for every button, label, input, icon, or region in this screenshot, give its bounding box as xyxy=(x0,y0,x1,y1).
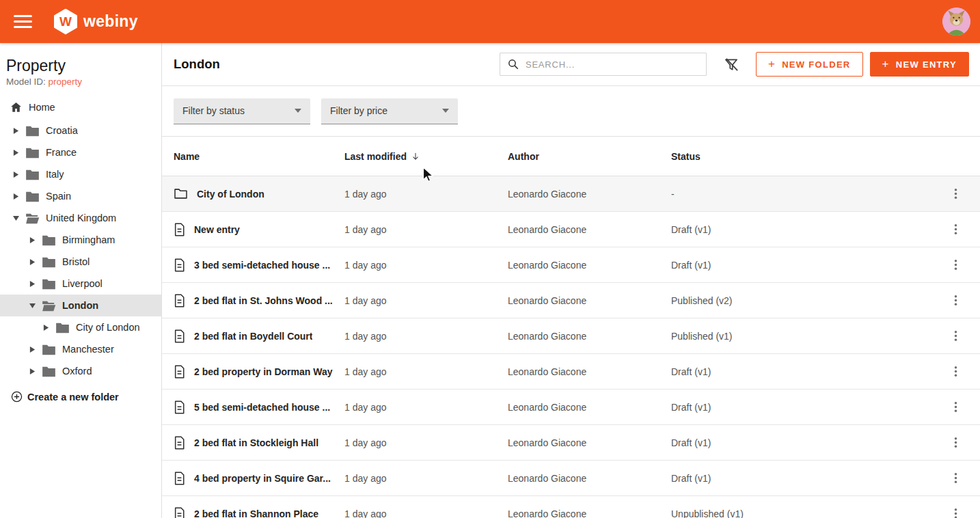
sidebar-item-bristol[interactable]: Bristol xyxy=(0,251,161,273)
sidebar-item-label: Bristol xyxy=(62,256,90,267)
content-header: London + NEW FOLDER xyxy=(162,43,980,86)
new-folder-button[interactable]: + NEW FOLDER xyxy=(756,52,863,77)
menu-icon[interactable] xyxy=(14,15,32,28)
table-row[interactable]: 2 bed flat in Boydell Court1 day agoLeon… xyxy=(162,318,980,354)
folder-icon xyxy=(42,278,56,290)
file-icon xyxy=(174,223,185,236)
model-id-link[interactable]: property xyxy=(49,77,83,87)
row-menu-icon[interactable] xyxy=(947,221,964,238)
row-author: Leonardo Giacone xyxy=(508,402,671,413)
table-row[interactable]: 2 bed flat in Shannon Place1 day agoLeon… xyxy=(162,496,980,518)
caret-right-icon[interactable] xyxy=(11,127,21,135)
row-status: Draft (v1) xyxy=(671,473,942,484)
sort-descending-icon xyxy=(411,152,420,161)
model-id: Model ID: property xyxy=(0,77,161,96)
folder-open-icon xyxy=(42,300,56,312)
sidebar-item-manchester[interactable]: Manchester xyxy=(0,338,161,360)
search-input[interactable] xyxy=(526,59,699,70)
row-menu-icon[interactable] xyxy=(947,186,964,202)
caret-right-icon[interactable] xyxy=(27,346,37,353)
caret-right-icon[interactable] xyxy=(11,193,21,200)
sidebar-item-city-of-london[interactable]: City of London xyxy=(0,316,161,338)
sidebar-item-label: City of London xyxy=(76,322,140,333)
caret-down-icon[interactable] xyxy=(27,303,37,309)
table-row[interactable]: 4 bed property in Squire Gar...1 day ago… xyxy=(162,461,980,496)
sidebar-item-spain[interactable]: Spain xyxy=(0,185,161,207)
sidebar-item-united-kingdom[interactable]: United Kingdom xyxy=(0,207,161,229)
row-name: 2 bed flat in Boydell Court xyxy=(194,331,312,342)
sidebar-item-label: United Kingdom xyxy=(46,213,116,223)
sidebar-item-home[interactable]: Home xyxy=(0,96,161,118)
sidebar-item-liverpool[interactable]: Liverpool xyxy=(0,273,161,295)
row-menu-icon[interactable] xyxy=(947,506,964,518)
caret-right-icon[interactable] xyxy=(27,236,37,244)
caret-right-icon[interactable] xyxy=(27,258,37,266)
webiny-logo[interactable]: W webiny xyxy=(54,9,138,35)
table-row[interactable]: City of London1 day agoLeonardo Giacone- xyxy=(162,176,980,212)
row-author: Leonardo Giacone xyxy=(508,189,671,200)
row-menu-icon[interactable] xyxy=(947,399,964,415)
row-status: Draft (v1) xyxy=(671,224,942,235)
search-icon xyxy=(507,58,519,70)
caret-right-icon[interactable] xyxy=(27,368,37,375)
sidebar-item-croatia[interactable]: Croatia xyxy=(0,120,161,141)
sidebar-item-label: Croatia xyxy=(46,125,78,136)
table-row[interactable]: 3 bed semi-detached house ...1 day agoLe… xyxy=(162,247,980,283)
table-row[interactable]: 5 bed semi-detached house ...1 day agoLe… xyxy=(162,390,980,425)
row-status: Draft (v1) xyxy=(671,402,942,413)
file-icon xyxy=(174,365,185,379)
row-status: Draft (v1) xyxy=(671,437,942,448)
caret-right-icon[interactable] xyxy=(11,171,21,178)
row-modified: 1 day ago xyxy=(344,508,508,518)
new-entry-button[interactable]: + NEW ENTRY xyxy=(870,52,969,77)
folder-open-icon xyxy=(25,213,40,224)
sidebar-item-italy[interactable]: Italy xyxy=(0,163,161,185)
avatar[interactable] xyxy=(942,8,970,36)
column-header-status[interactable]: Status xyxy=(671,151,942,162)
row-menu-icon[interactable] xyxy=(947,257,964,273)
plus-circle-icon xyxy=(11,391,23,403)
sidebar-item-birmingham[interactable]: Birmingham xyxy=(0,229,161,251)
column-header-author[interactable]: Author xyxy=(508,151,671,162)
row-modified: 1 day ago xyxy=(344,189,508,200)
caret-right-icon[interactable] xyxy=(27,280,37,288)
row-menu-icon[interactable] xyxy=(947,435,964,451)
table-body: City of London1 day agoLeonardo Giacone-… xyxy=(162,176,980,518)
row-menu-icon[interactable] xyxy=(947,292,964,309)
row-name: 2 bed flat in Shannon Place xyxy=(194,508,318,518)
filter-by-status-select[interactable]: Filter by status xyxy=(174,98,310,124)
create-folder-button[interactable]: Create a new folder xyxy=(0,391,161,403)
row-modified: 1 day ago xyxy=(344,331,508,342)
sidebar-item-oxford[interactable]: Oxford xyxy=(0,360,161,382)
caret-right-icon[interactable] xyxy=(41,324,51,331)
sidebar-item-london[interactable]: London xyxy=(0,295,161,316)
row-menu-icon[interactable] xyxy=(947,470,964,487)
filter-by-price-select[interactable]: Filter by price xyxy=(321,98,458,124)
sidebar-item-label: Oxford xyxy=(62,366,92,377)
row-name: 2 bed property in Dorman Way xyxy=(194,366,333,377)
column-header-name[interactable]: Name xyxy=(174,151,344,162)
row-modified: 1 day ago xyxy=(344,366,508,377)
table-row[interactable]: 2 bed property in Dorman Way1 day agoLeo… xyxy=(162,354,980,390)
row-author: Leonardo Giacone xyxy=(508,331,671,342)
table-row[interactable]: New entry1 day agoLeonardo GiaconeDraft … xyxy=(162,212,980,247)
plus-icon: + xyxy=(768,57,776,71)
sidebar-item-france[interactable]: France xyxy=(0,141,161,163)
row-name: 4 bed property in Squire Gar... xyxy=(194,473,331,484)
chevron-down-icon xyxy=(295,109,301,113)
caret-right-icon[interactable] xyxy=(11,149,21,156)
row-menu-icon[interactable] xyxy=(947,328,964,344)
caret-down-icon[interactable] xyxy=(11,215,21,221)
column-header-modified[interactable]: Last modified xyxy=(344,151,508,162)
filter-toggle-icon[interactable] xyxy=(722,54,742,74)
model-title: Property xyxy=(0,53,161,77)
table-row[interactable]: 2 bed flat in Stockleigh Hall1 day agoLe… xyxy=(162,425,980,461)
folder-icon xyxy=(42,256,56,268)
table-row[interactable]: 2 bed flat in St. Johns Wood ...1 day ag… xyxy=(162,283,980,318)
folder-icon xyxy=(25,125,40,137)
sidebar-item-label: Spain xyxy=(46,191,71,202)
file-icon xyxy=(174,436,185,450)
row-menu-icon[interactable] xyxy=(947,364,964,380)
main-content: London + NEW FOLDER xyxy=(162,43,980,518)
sidebar: Property Model ID: property Home Croatia… xyxy=(0,43,162,518)
